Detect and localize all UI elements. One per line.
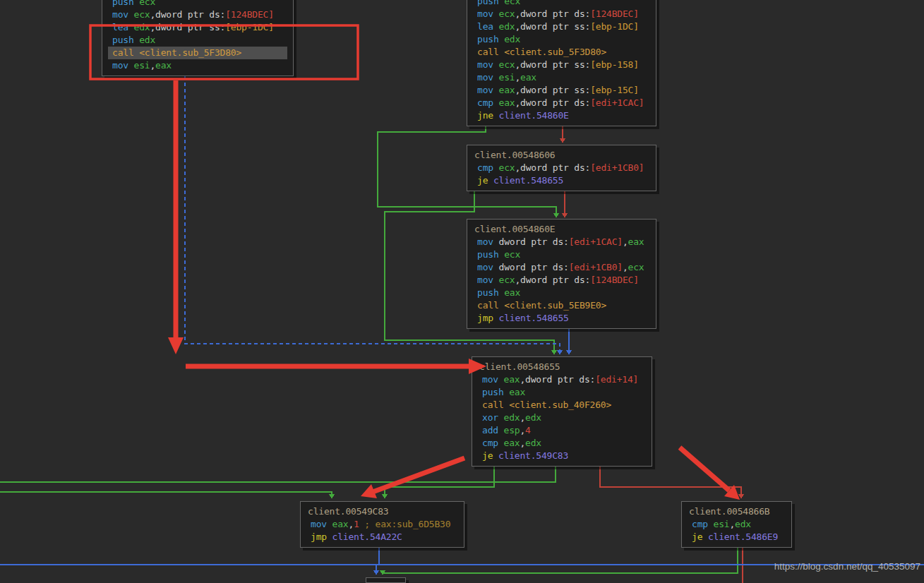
asm-token: cmp [482,438,504,448]
asm-line[interactable]: push ecx [473,0,650,8]
asm-token: push [477,287,504,298]
asm-line[interactable]: mov ecx,dword ptr ds:[124BDEC] [108,8,287,21]
asm-line[interactable]: cmp ecx,dword ptr ds:[edi+1CB0] [473,162,650,174]
asm-token: mov [482,374,504,385]
asm-token: mov [112,60,134,71]
asm-token: , [520,438,525,448]
asm-token: edx [525,412,541,423]
asm-token: je [477,175,493,186]
graph-node-client-00549C83[interactable]: client.00549C83mov eax,1 ; eax:sub_6D5B3… [300,501,464,548]
asm-token: client.54A22C [332,531,402,542]
graph-node-client-0054866B[interactable]: client.0054866Bcmp esi,edxje client.5486… [681,501,792,548]
asm-token: eax [504,374,520,385]
asm-line[interactable]: push edx [473,33,650,46]
graph-node-client-00548655[interactable]: client.00548655mov eax,dword ptr ds:[edi… [472,356,652,467]
asm-line[interactable]: mov eax,dword ptr ds:[edi+14] [478,373,646,386]
asm-line[interactable]: jmp client.548655 [473,312,650,325]
asm-token: eax [509,387,525,397]
asm-line[interactable]: call <client.sub_40F260> [478,399,646,411]
asm-token: [edi+1CB0] [590,162,644,173]
asm-token: esi [499,72,515,83]
asm-token: , [150,60,155,71]
asm-token: edx [504,34,520,44]
asm-line[interactable]: mov dword ptr ds:[edi+1CAC],eax [473,236,650,248]
asm-token: client.5486E9 [708,531,778,542]
asm-token: call <client.sub_5F3D80> [112,47,241,58]
block-title[interactable]: client.00548606 [473,149,650,162]
arrowhead [560,138,565,143]
asm-token: esi [134,60,150,71]
asm-line[interactable]: cmp eax,edx [478,437,646,450]
watermark: https://blog.csdn.net/qq_40535097 [774,561,920,572]
block-title[interactable]: client.0054860E [473,223,650,236]
asm-line[interactable]: call <client.sub_5F3D80> [108,47,287,59]
asm-token: mov [477,262,499,272]
block-title[interactable]: client.00548655 [478,361,646,373]
asm-line[interactable]: add esp,4 [478,424,646,437]
asm-line[interactable]: cmp eax,dword ptr ds:[edi+1CAC] [473,97,650,109]
asm-token: push [112,35,139,45]
asm-token: ecx [499,275,515,285]
asm-token: ecx [499,8,515,19]
asm-token: ,dword ptr ss: [515,21,590,32]
asm-line[interactable]: cmp esi,edx [688,518,786,531]
asm-token: [edi+14] [595,374,638,385]
asm-token: , [520,425,525,435]
graph-node-partial-bottom[interactable] [366,577,406,583]
block-title[interactable]: client.00549C83 [306,505,458,518]
edge-je-taken-to-5486E9 [383,548,738,573]
asm-token: eax [499,97,515,108]
asm-line[interactable]: push edx [108,34,287,47]
graph-node-top-right-fragment[interactable]: push ecxmov ecx,dword ptr ds:[124BDEC]le… [467,0,656,126]
asm-line[interactable]: push ecx [473,248,650,261]
asm-line[interactable]: je client.548655 [473,174,650,187]
asm-line[interactable]: mov ecx,dword ptr ds:[124BDEC] [473,8,650,20]
asm-line[interactable]: jmp client.54A22C [306,531,458,543]
asm-line[interactable]: mov dword ptr ds:[edi+1CB0],ecx [473,261,650,274]
asm-line[interactable]: call <client.sub_5F3D80> [473,46,650,59]
asm-token: eax [628,236,644,247]
asm-token: ecx [499,59,515,70]
asm-token: ,dword ptr ds: [150,9,225,20]
asm-token: eax [504,287,520,298]
asm-line[interactable]: je client.5486E9 [688,531,786,543]
asm-token: mov [112,9,134,20]
asm-line[interactable]: mov ecx,dword ptr ds:[124BDEC] [473,274,650,287]
asm-line[interactable]: push ecx [108,0,287,8]
asm-line[interactable]: mov esi,eax [108,59,287,72]
asm-line[interactable]: call <client.sub_5EB9E0> [473,299,650,312]
asm-token: edx [139,35,155,45]
graph-node-client-00548606[interactable]: client.00548606cmp ecx,dword ptr ds:[edi… [467,145,656,191]
asm-line[interactable]: mov eax,1 ; eax:sub_6D5B30 [306,518,458,531]
asm-token: ,dword ptr ds: [515,162,590,173]
asm-token: eax [520,72,536,83]
arrowhead [738,494,744,499]
asm-line[interactable]: lea edx,dword ptr ss:[ebp-1DC] [108,21,287,34]
asm-line[interactable]: push eax [478,386,646,399]
asm-line[interactable]: lea edx,dword ptr ss:[ebp-1DC] [473,20,650,33]
asm-line[interactable]: mov esi,eax [473,71,650,84]
asm-line[interactable]: jne client.54860E [473,109,650,122]
asm-line[interactable]: je client.549C83 [478,450,646,462]
asm-token: , [729,519,735,529]
graph-node-client-0054860E[interactable]: client.0054860Emov dword ptr ds:[edi+1CA… [467,219,656,329]
block-title[interactable]: client.0054866B [688,505,786,518]
asm-token: esi [714,519,730,529]
edge-je-taken-to-549C83 [385,467,494,494]
asm-line[interactable]: push eax [473,287,650,299]
asm-token: 1 [354,519,359,529]
graph-canvas[interactable]: push ecxmov ecx,dword ptr ds:[124BDEC]le… [0,0,924,583]
asm-token: client.549C83 [498,450,568,461]
asm-token: cmp [477,162,499,173]
asm-token: mov [477,8,499,19]
asm-token: mov [477,59,499,70]
asm-token: [edi+1CAC] [569,236,623,247]
asm-token: [ebp-1DC] [225,22,274,32]
asm-token: ,dword ptr ss: [515,59,590,70]
asm-token: push [477,0,504,6]
asm-line[interactable]: xor edx,edx [478,411,646,424]
asm-line[interactable]: mov eax,dword ptr ss:[ebp-15C] [473,84,650,97]
asm-token: edx [735,519,751,529]
asm-line[interactable]: mov ecx,dword ptr ss:[ebp-158] [473,59,650,71]
graph-node-top-left-fragment[interactable]: push ecxmov ecx,dword ptr ds:[124BDEC]le… [102,0,294,76]
